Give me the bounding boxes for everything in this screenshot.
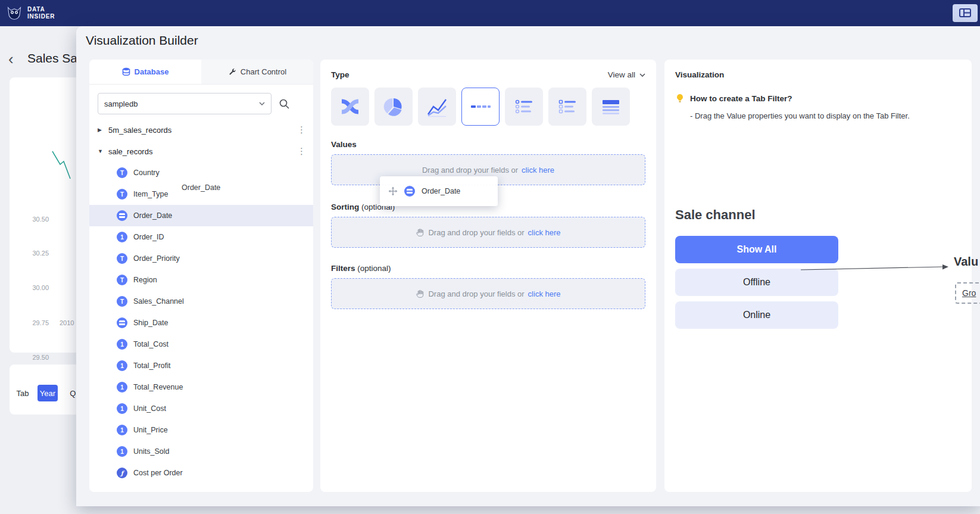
- field-label: Units_Sold: [133, 447, 169, 456]
- drag-hand-icon: [416, 228, 425, 237]
- view-all-label: View all: [608, 70, 635, 79]
- search-icon[interactable]: [279, 98, 290, 110]
- field-item-units-sold[interactable]: 1 Units_Sold: [89, 441, 313, 462]
- field-label: Country: [133, 169, 160, 177]
- click-here-link[interactable]: click here: [528, 228, 561, 237]
- edge-group-label: Gro: [962, 288, 976, 298]
- filter-button-show-all[interactable]: Show All: [675, 236, 838, 263]
- visualization-builder-modal: Visualization Builder Database Chart Con…: [76, 26, 980, 506]
- dropzone-hint: Drag and drop your fields or: [428, 228, 524, 237]
- line-chart-fragment: [51, 147, 76, 183]
- text-field-icon: T: [117, 296, 127, 307]
- date-field-icon: [404, 186, 415, 197]
- field-tree: 5m_sales_records sale_records T Country …: [89, 119, 313, 484]
- modal-title: Visualization Builder: [86, 33, 198, 48]
- table-label: 5m_sales_records: [108, 126, 171, 135]
- owl-logo-icon: [6, 5, 23, 21]
- type-section-label: Type: [331, 70, 349, 79]
- dropzone-hint: Drag and drop your fields or: [422, 166, 518, 175]
- number-field-icon: 1: [117, 446, 127, 457]
- edge-group-dropzone[interactable]: Gro: [955, 282, 980, 304]
- click-here-link[interactable]: click here: [528, 289, 561, 298]
- text-field-icon: T: [117, 275, 127, 285]
- kebab-menu-icon[interactable]: [297, 146, 306, 157]
- x-axis-label: 2010: [60, 319, 74, 326]
- tools-icon: [228, 68, 236, 76]
- chart-type-multi-select[interactable]: [548, 88, 586, 126]
- field-label: Item_Type: [133, 190, 168, 198]
- move-icon: [388, 186, 398, 196]
- values-section-label: Values: [331, 140, 645, 149]
- filters-dropzone[interactable]: Drag and drop your fields or click here: [331, 278, 645, 309]
- drag-ghost-chip[interactable]: Order_Date: [380, 176, 498, 206]
- drag-chip-label: Order_Date: [422, 187, 460, 195]
- tab-chart-control[interactable]: Chart Control: [201, 60, 313, 84]
- builder-panel: Type View all: [320, 60, 656, 492]
- y-axis-label: 30.00: [24, 284, 49, 291]
- click-here-link[interactable]: click here: [522, 166, 554, 175]
- field-label: Cost per Order: [133, 469, 183, 477]
- field-item-ship-date[interactable]: Ship_Date: [89, 312, 313, 334]
- brand-name: DATA INSIDER: [27, 6, 55, 21]
- chart-type-line[interactable]: [418, 88, 456, 126]
- edge-value-label: Valu: [954, 255, 978, 269]
- page-title: Sales Sa: [27, 51, 77, 66]
- chart-type-pie[interactable]: [374, 88, 413, 126]
- field-label: Unit_Price: [133, 426, 168, 434]
- number-field-icon: 1: [117, 232, 127, 242]
- field-label: Total_Revenue: [133, 383, 183, 391]
- field-item-total-profit[interactable]: 1 Total_Profit: [89, 355, 313, 376]
- chart-type-table[interactable]: [592, 88, 630, 126]
- tab-database[interactable]: Database: [89, 60, 201, 84]
- table-chart-icon: [600, 96, 622, 117]
- y-axis-label: 29.75: [24, 319, 49, 326]
- y-axis-label: 29.50: [24, 354, 49, 361]
- tab-database-label: Database: [135, 67, 169, 76]
- bg-tab-year[interactable]: Year: [38, 385, 58, 401]
- sankey-chart-icon: [339, 96, 361, 117]
- table-item-collapsed[interactable]: 5m_sales_records: [89, 119, 313, 141]
- field-label: Total_Cost: [133, 340, 168, 348]
- line-chart-icon: [426, 96, 448, 117]
- field-item-order-priority[interactable]: T Order_Priority: [89, 248, 313, 269]
- pie-chart-icon: [383, 96, 404, 117]
- left-panel-tabs: Database Chart Control: [89, 60, 313, 85]
- preview-chart-title: Sale channel: [675, 207, 961, 223]
- field-item-unit-cost[interactable]: 1 Unit_Cost: [89, 398, 313, 419]
- chart-type-tab-filter[interactable]: [461, 88, 500, 126]
- field-item-order-id[interactable]: 1 Order_ID: [89, 226, 313, 248]
- single-select-list-icon: [513, 96, 535, 117]
- chart-type-sankey[interactable]: [331, 88, 369, 126]
- view-all-button[interactable]: View all: [608, 70, 645, 79]
- field-item-unit-price[interactable]: 1 Unit_Price: [89, 419, 313, 441]
- back-button[interactable]: ‹: [8, 50, 14, 68]
- number-field-icon: 1: [117, 360, 127, 371]
- field-item-order-date[interactable]: Order_Date: [89, 205, 313, 226]
- bg-tab-tab[interactable]: Tab: [13, 385, 32, 401]
- field-item-sales-channel[interactable]: T Sales_Channel: [89, 291, 313, 312]
- field-item-country[interactable]: T Country: [89, 162, 313, 183]
- field-item-region[interactable]: T Region: [89, 269, 313, 291]
- filters-section-label: Filters (optional): [331, 264, 645, 273]
- database-panel: Database Chart Control sampledb 5: [89, 60, 313, 492]
- lightbulb-icon: [675, 94, 685, 103]
- field-item-total-cost[interactable]: 1 Total_Cost: [89, 334, 313, 355]
- field-label: Order_Priority: [133, 254, 180, 263]
- expand-arrow-icon[interactable]: [98, 127, 108, 133]
- field-item-total-revenue[interactable]: 1 Total_Revenue: [89, 376, 313, 398]
- kebab-menu-icon[interactable]: [297, 124, 306, 135]
- collapse-arrow-icon[interactable]: [98, 148, 108, 154]
- field-item-cost-per-order[interactable]: ƒ Cost per Order: [89, 462, 313, 484]
- filter-button-online[interactable]: Online: [675, 301, 838, 329]
- hint-body: - Drag the Value properties you want to …: [690, 111, 961, 120]
- field-label: Ship_Date: [133, 319, 168, 327]
- function-field-icon: ƒ: [117, 468, 127, 478]
- chart-type-single-select[interactable]: [505, 88, 543, 126]
- database-select[interactable]: sampledb: [98, 93, 271, 114]
- table-item-expanded[interactable]: sale_records: [89, 141, 313, 162]
- dashboard-layout-button[interactable]: [953, 4, 978, 22]
- sorting-dropzone[interactable]: Drag and drop your fields or click here: [331, 217, 645, 248]
- field-label: Total_Profit: [133, 362, 171, 370]
- text-field-icon: T: [117, 253, 127, 264]
- tab-chart-control-label: Chart Control: [241, 67, 286, 76]
